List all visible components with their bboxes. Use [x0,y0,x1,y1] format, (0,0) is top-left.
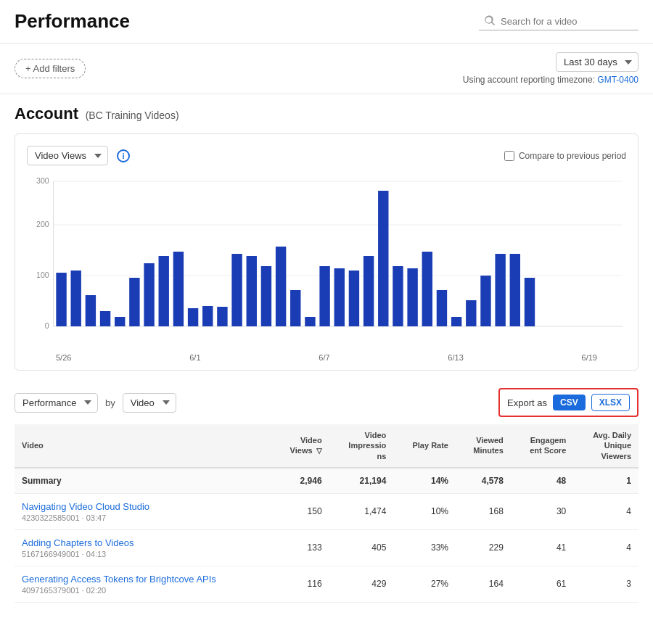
svg-rect-13 [115,317,125,326]
svg-rect-32 [393,266,403,326]
chart-card: Video Views i Compare to previous period… [15,133,638,371]
video-meta: 4097165379001 · 02:20 [22,586,265,595]
table-group-select[interactable]: Video [123,393,176,413]
video-title-cell: Navigating Video Cloud Studio 4230322585… [15,493,272,529]
svg-rect-38 [480,276,490,326]
video-title-link[interactable]: Adding Chapters to Videos [22,537,265,548]
svg-rect-36 [451,317,461,326]
summary-viewed-minutes: 4,578 [456,468,511,494]
table-controls: Performance by Video Export as CSV XLSX [15,381,638,424]
svg-rect-22 [247,256,257,326]
export-csv-button[interactable]: CSV [553,395,586,410]
video-title-cell: Adding Chapters to Videos 5167166949001 … [15,529,272,566]
export-area: Export as CSV XLSX [498,388,638,417]
svg-rect-14 [129,278,139,326]
summary-row: Summary 2,946 21,194 14% 4,578 48 1 [15,468,638,494]
svg-rect-17 [173,252,184,326]
timezone-link[interactable]: GMT-0400 [597,75,638,85]
add-filters-button[interactable]: + Add filters [15,59,86,78]
svg-rect-27 [319,266,329,326]
compare-period-checkbox[interactable] [504,151,514,161]
svg-rect-16 [159,256,169,326]
svg-rect-28 [334,268,345,326]
video-title-link[interactable]: Navigating Video Cloud Studio [22,501,265,512]
svg-rect-19 [202,306,213,326]
export-label: Export as [507,397,547,408]
timezone-text: Using account reporting timezone: GMT-04… [463,75,638,85]
table-body: Summary 2,946 21,194 14% 4,578 48 1 Navi… [15,468,638,603]
video-meta: 5167166949001 · 04:13 [22,550,265,558]
svg-text:0: 0 [45,321,49,330]
header: Performance [0,0,653,44]
video-title-link[interactable]: Generating Access Tokens for Brightcove … [22,574,265,585]
svg-rect-30 [364,256,374,326]
data-table: Video VideoViews ▽ VideoImpressions Play… [15,424,638,603]
date-range-select[interactable]: Last 30 days Last 7 days Last 90 days Cu… [556,52,638,72]
export-xlsx-button[interactable]: XLSX [591,394,630,411]
col-video: Video [15,424,272,468]
table-metric-select[interactable]: Performance [15,393,98,413]
table-section: Performance by Video Export as CSV XLSX … [0,381,653,603]
filter-right: Last 30 days Last 7 days Last 90 days Cu… [463,52,638,85]
col-video-views[interactable]: VideoViews ▽ [272,424,329,468]
svg-rect-40 [510,254,520,326]
info-icon[interactable]: i [117,149,130,162]
col-video-impressions[interactable]: VideoImpressions [329,424,394,468]
chart-top: Video Views i Compare to previous period [27,146,626,165]
table-row: Navigating Video Cloud Studio 4230322585… [15,493,638,529]
svg-rect-41 [525,278,535,326]
summary-video-views: 2,946 [272,468,329,494]
svg-rect-31 [378,191,388,326]
table-header: Video VideoViews ▽ VideoImpressions Play… [15,424,638,468]
summary-impressions: 21,194 [329,468,394,494]
svg-rect-24 [276,247,286,326]
svg-rect-39 [495,254,505,326]
account-subtitle: (BC Training Videos) [86,110,179,121]
summary-unique-viewers: 1 [573,468,638,494]
chart-metric-select[interactable]: Video Views [27,146,108,165]
page-title: Performance [15,10,130,33]
svg-rect-37 [466,300,476,326]
search-input[interactable] [501,16,633,27]
svg-rect-18 [188,308,198,326]
col-viewed-minutes[interactable]: ViewedMinutes [456,424,511,468]
table-row: Generating Access Tokens for Brightcove … [15,566,638,602]
filter-bar: + Add filters Last 30 days Last 7 days L… [0,44,653,94]
svg-rect-35 [437,290,447,326]
col-play-rate[interactable]: Play Rate [393,424,456,468]
svg-rect-11 [86,295,96,326]
svg-rect-25 [290,290,300,326]
search-icon [485,15,496,27]
by-label: by [105,397,115,408]
svg-rect-12 [100,311,110,326]
search-box [479,12,638,30]
bar-chart: 0 100 200 300 [27,174,626,363]
table-row: Adding Chapters to Videos 5167166949001 … [15,529,638,566]
svg-rect-15 [144,263,154,326]
summary-label: Summary [15,468,272,494]
svg-rect-23 [261,266,271,326]
svg-rect-33 [407,268,417,326]
svg-rect-21 [231,254,242,326]
col-avg-daily-unique[interactable]: Avg. DailyUniqueViewers [573,424,638,468]
bar-chart-svg: 0 100 200 300 [27,174,626,348]
svg-rect-26 [305,317,315,326]
compare-period-label: Compare to previous period [504,151,626,161]
svg-text:100: 100 [36,271,49,279]
summary-play-rate: 14% [393,468,456,494]
svg-text:200: 200 [36,220,49,228]
video-meta: 4230322585001 · 03:47 [22,513,265,522]
account-title: Account [15,104,78,123]
video-title-cell: Generating Access Tokens for Brightcove … [15,566,272,602]
svg-rect-29 [349,271,359,326]
svg-text:300: 300 [36,176,49,185]
svg-rect-20 [217,307,227,326]
x-axis-labels: 5/26 6/1 6/7 6/13 6/19 [27,350,626,362]
svg-rect-9 [56,273,66,326]
account-section: Account (BC Training Videos) [0,94,653,123]
table-controls-left: Performance by Video [15,393,176,413]
col-engagement-score[interactable]: Engagement Score [511,424,573,468]
summary-engagement: 48 [511,468,573,494]
svg-rect-10 [71,271,81,326]
svg-rect-34 [422,252,432,326]
